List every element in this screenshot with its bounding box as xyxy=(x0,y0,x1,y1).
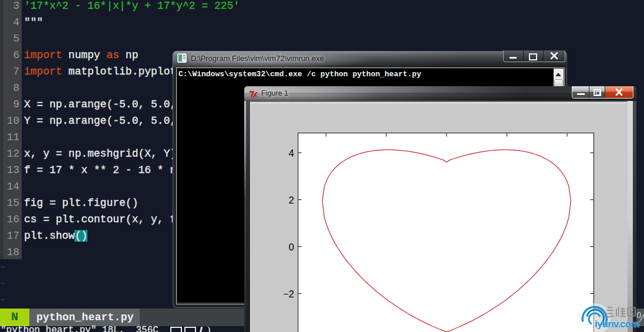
svg-text:−2: −2 xyxy=(283,289,294,299)
svg-text:0: 0 xyxy=(289,242,294,252)
svg-text:4: 4 xyxy=(289,148,294,158)
svg-text:2: 2 xyxy=(289,195,294,205)
svg-text:iyunv.com: iyunv.com xyxy=(595,319,639,330)
